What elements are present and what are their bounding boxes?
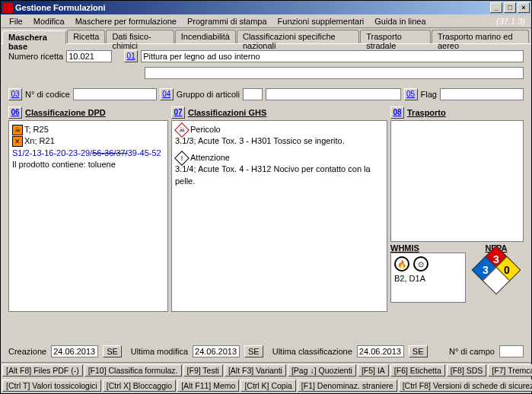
numero-ricetta-label: Numero ricetta (8, 52, 63, 61)
tab-classificazioni[interactable]: Classificazioni specifiche nazionali (237, 30, 359, 43)
titlebar: Gestione Formulazioni _ □ × (1, 1, 531, 14)
flag-input[interactable] (440, 88, 524, 100)
menu-funzioni[interactable]: Funzioni supplementari (272, 17, 370, 26)
fn-f10[interactable]: [F10] Classifica formulaz. (84, 364, 182, 377)
tab-trasporto-marino[interactable]: Trasporto marino ed aereo (432, 30, 529, 43)
ghs-attenzione: Attenzione (190, 153, 230, 162)
classif-input[interactable] (357, 345, 404, 357)
fn-altf3[interactable]: [Alt F3] Varianti (225, 364, 286, 377)
fn-pagdown[interactable]: [Pag ↓] Quozienti (288, 364, 356, 377)
maximize-button[interactable]: □ (504, 2, 516, 13)
whmis-codes: B2, D1A (394, 273, 462, 284)
descrizione-input[interactable] (141, 50, 524, 62)
field-07-button[interactable]: 07 (171, 106, 185, 119)
content-area: Numero ricetta 01 03 N° di codice 04 Gru… (1, 43, 531, 362)
numero-ricetta-input[interactable] (66, 50, 112, 62)
dpd-panel: ☠T; R25 ✕Xn; R21 S1/2-13-16-20-23-29/56-… (8, 120, 168, 312)
tab-trasporto-stradale[interactable]: Trasporto stradale (360, 30, 431, 43)
ghs-line2: 3.1/4; Acute Tox. 4 - H312 Nocivo per co… (175, 164, 384, 187)
field-06-button[interactable]: 06 (8, 106, 22, 119)
whmis-t-icon: ⊙ (413, 256, 428, 272)
fn-f8[interactable]: [F8] SDS (447, 364, 487, 377)
fn-altf8[interactable]: [Alt F8] Files PDF (-) (2, 364, 83, 377)
field-08-button[interactable]: 08 (390, 106, 404, 119)
creazione-input[interactable] (51, 345, 98, 357)
nfpa-diamond: 3 3 0 (476, 249, 517, 291)
fn-f1[interactable]: [F1] Denominaz. straniere (298, 380, 397, 392)
tabbar: Maschera base Ricetta Dati fisico-chimic… (1, 28, 531, 43)
creazione-label: Creazione (8, 347, 46, 356)
whmis-panel: 🔥 ⊙ B2, D1A (390, 253, 466, 303)
fn-ctrlk[interactable]: [Ctrl K] Copia (241, 380, 295, 392)
menu-guida[interactable]: Guida in linea (369, 17, 431, 26)
window-title: Gestione Formulazioni (15, 3, 489, 12)
field-01-button[interactable]: 01 (124, 50, 138, 62)
app-icon (2, 2, 13, 13)
tab-maschera-base[interactable]: Maschera base (2, 30, 66, 44)
menu-maschere[interactable]: Maschere per formulazione (70, 17, 182, 26)
ghs-panel: ☠Pericolo 3.1/3; Acute Tox. 3 - H301 Tos… (171, 120, 387, 312)
gruppo-desc-input[interactable] (266, 88, 401, 100)
whmis-flame-icon: 🔥 (394, 256, 409, 272)
menu-file[interactable]: File (4, 17, 28, 26)
dpd-title: Classificazione DPD (25, 108, 106, 117)
dpd-contains: Il prodotto contiene: toluene (12, 159, 164, 170)
modifica-label: Ultima modifica (131, 347, 188, 356)
descrizione2-input[interactable] (145, 67, 524, 79)
close-button[interactable]: × (518, 2, 530, 13)
fn-f5[interactable]: [F5] IA (358, 364, 389, 377)
harmful-icon: ✕ (12, 136, 23, 147)
app-window: Gestione Formulazioni _ □ × File Modific… (0, 0, 532, 394)
dpd-line1: T; R25 (24, 125, 49, 134)
ncodice-input[interactable] (73, 88, 157, 100)
field-03-button[interactable]: 03 (8, 88, 22, 100)
field-05-button[interactable]: 05 (404, 88, 418, 100)
ncampo-input[interactable] (499, 345, 524, 357)
flag-label: Flag (421, 90, 437, 99)
modifica-se-button[interactable]: SE (244, 345, 263, 357)
classif-se-button[interactable]: SE (409, 345, 428, 357)
classif-label: Ultima classificazione (272, 347, 352, 356)
fn-altf11[interactable]: [Alt F11] Memo (177, 380, 239, 392)
ncampo-label: N° di campo (449, 347, 495, 356)
modifica-input[interactable] (193, 345, 240, 357)
menubar: File Modifica Maschere per formulazione … (1, 14, 531, 28)
function-bar-bottom: [Ctrl T] Valori tossicologici [Ctrl X] B… (1, 378, 531, 393)
menu-modifica[interactable]: Modifica (28, 17, 70, 26)
trasporto-title: Trasporto (407, 108, 446, 117)
menu-programmi[interactable]: Programmi di stampa (182, 17, 272, 26)
tab-dati[interactable]: Dati fisico-chimici (106, 30, 174, 43)
fn-ctrlx[interactable]: [Ctrl X] Bloccaggio (103, 380, 176, 392)
tab-ricetta[interactable]: Ricetta (67, 30, 105, 43)
toxic-icon: ☠ (12, 125, 23, 135)
tab-incendiabilita[interactable]: Incendiabilità (175, 30, 236, 43)
gruppo-label: Gruppo di articoli (177, 90, 240, 99)
version-label: (37.1.3) (496, 17, 528, 26)
ghs-pericolo: Pericolo (190, 125, 221, 134)
fn-f9[interactable]: [F9] Testi (183, 364, 223, 377)
dpd-line2: Xn; R21 (24, 136, 55, 145)
fn-ctrlt[interactable]: [Ctrl T] Valori tossicologici (2, 380, 101, 392)
fn-ctrlf8[interactable]: [Ctrl F8] Versioni di schede di sicurezz… (399, 380, 532, 392)
function-bar-top: [Alt F8] Files PDF (-) [F10] Classifica … (1, 362, 531, 378)
gruppo-code-input[interactable] (243, 88, 263, 100)
creazione-se-button[interactable]: SE (103, 345, 122, 357)
ghs-title: Classificazioni GHS (188, 108, 266, 117)
nfpa-reactivity: 0 (504, 264, 510, 276)
field-04-button[interactable]: 04 (160, 88, 174, 100)
ncodice-label: N° di codice (25, 90, 70, 99)
dpd-classes[interactable]: S1/2-13-16-20-23-29/56-36/37/39-45-52 (12, 148, 164, 159)
fn-f6[interactable]: [F6] Etichetta (390, 364, 445, 377)
minimize-button[interactable]: _ (490, 2, 502, 13)
trasporto-panel (390, 120, 524, 242)
whmis-title: WHMIS (390, 243, 466, 253)
ghs-line1: 3.1/3; Acute Tox. 3 - H301 Tossico se in… (175, 135, 384, 147)
fn-f7[interactable]: [F7] Tremcard (488, 364, 532, 377)
